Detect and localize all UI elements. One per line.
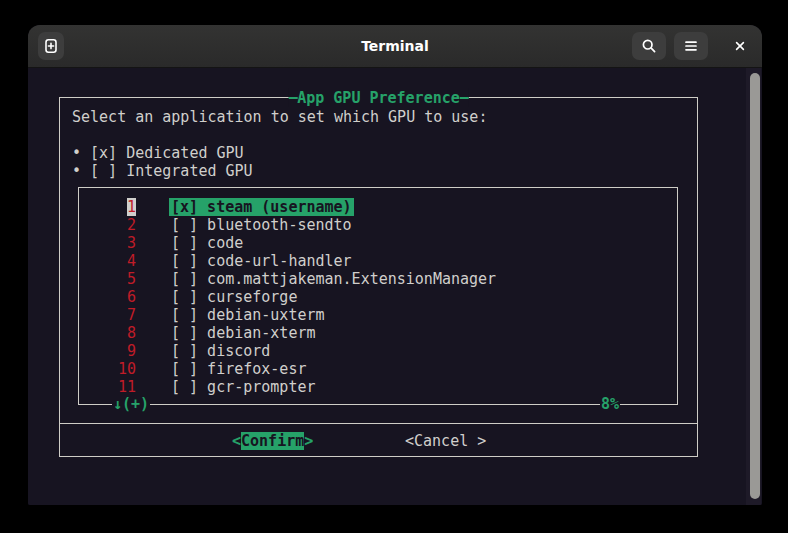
close-button[interactable]	[726, 32, 754, 60]
new-tab-icon	[43, 38, 59, 54]
list-item[interactable]: 9 [ ] discord	[79, 342, 677, 360]
item-entry: [x] steam (username)	[169, 198, 354, 216]
item-number: 8	[79, 324, 136, 342]
list-item[interactable]: 8 [ ] debian-xterm	[79, 324, 677, 342]
item-number: 1	[79, 198, 136, 216]
item-entry: [ ] code-url-handler	[169, 252, 354, 270]
item-entry: [ ] curseforge	[169, 288, 299, 306]
new-tab-button[interactable]	[38, 32, 64, 60]
cancel-button[interactable]: <Cancel >	[405, 432, 486, 450]
list-item[interactable]: 7 [ ] debian-uxterm	[79, 306, 677, 324]
terminal-screen[interactable]: App GPU Preference Select an application…	[28, 68, 762, 505]
dialog-title: App GPU Preference	[297, 89, 460, 107]
gpu-option-integrated: • [ ] Integrated GPU	[72, 162, 253, 180]
item-number: 4	[79, 252, 136, 270]
list-item[interactable]: 11 [ ] gcr-prompter	[79, 378, 677, 396]
scrollbar-thumb[interactable]	[750, 73, 760, 499]
app-list: 1 [x] steam (username) 2 [ ] bluetooth-s…	[78, 187, 678, 405]
item-entry: [ ] discord	[169, 342, 272, 360]
list-item[interactable]: 10 [ ] firefox-esr	[79, 360, 677, 378]
item-number: 10	[79, 360, 136, 378]
item-entry: [ ] debian-xterm	[169, 324, 318, 342]
confirm-button[interactable]: <Confirm>	[232, 432, 313, 450]
confirm-open-bracket: <	[232, 432, 241, 450]
cancel-close-bracket: >	[477, 432, 486, 450]
search-icon	[641, 38, 657, 54]
list-item[interactable]: 5 [ ] com.mattjakeman.ExtensionManager	[79, 270, 677, 288]
item-number: 5	[79, 270, 136, 288]
item-entry: [ ] com.mattjakeman.ExtensionManager	[169, 270, 498, 288]
item-number: 3	[79, 234, 136, 252]
item-number: 7	[79, 306, 136, 324]
cancel-label: Cancel	[414, 432, 477, 450]
title-dash-right	[460, 97, 469, 99]
item-entry: [ ] firefox-esr	[169, 360, 308, 378]
list-item[interactable]: 4 [ ] code-url-handler	[79, 252, 677, 270]
cancel-open-bracket: <	[405, 432, 414, 450]
search-button[interactable]	[632, 32, 666, 60]
item-entry: [ ] gcr-prompter	[169, 378, 318, 396]
item-number: 6	[79, 288, 136, 306]
confirm-label: Confirm	[241, 432, 304, 450]
item-number: 11	[79, 378, 136, 396]
titlebar: Terminal	[28, 25, 762, 68]
list-item[interactable]: 3 [ ] code	[79, 234, 677, 252]
gpu-preference-dialog: App GPU Preference Select an application…	[59, 97, 698, 457]
item-entry: [ ] bluetooth-sendto	[169, 216, 354, 234]
close-icon	[733, 39, 747, 53]
scroll-percent: 8%	[600, 395, 620, 414]
list-item[interactable]: 2 [ ] bluetooth-sendto	[79, 216, 677, 234]
item-number: 9	[79, 342, 136, 360]
dialog-prompt: Select an application to set which GPU t…	[72, 108, 487, 126]
button-row-separator	[59, 423, 698, 424]
menu-button[interactable]	[674, 32, 708, 60]
list-item[interactable]: 1 [x] steam (username)	[79, 198, 677, 216]
list-item[interactable]: 6 [ ] curseforge	[79, 288, 677, 306]
item-number: 2	[79, 216, 136, 234]
item-entry: [ ] debian-uxterm	[169, 306, 327, 324]
hamburger-menu-icon	[683, 38, 699, 54]
scroll-more-indicator: ↓(+)	[112, 395, 150, 414]
terminal-window: Terminal	[28, 25, 762, 505]
item-entry: [ ] code	[169, 234, 245, 252]
dialog-title-bar: App GPU Preference	[288, 88, 469, 107]
title-dash-left	[288, 97, 297, 99]
confirm-close-bracket: >	[304, 432, 313, 450]
gpu-option-dedicated: • [x] Dedicated GPU	[72, 144, 244, 162]
